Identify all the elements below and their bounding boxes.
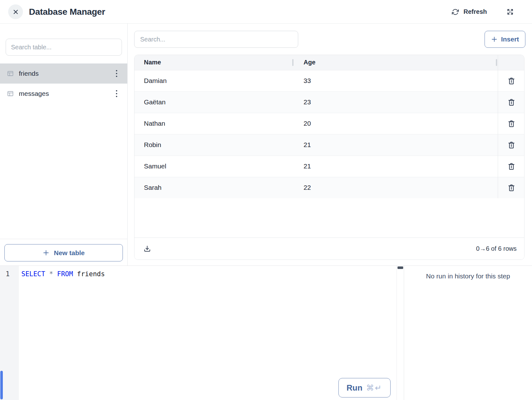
column-header-actions [498, 55, 524, 70]
cell-name[interactable]: Sarah [134, 177, 294, 198]
close-button[interactable] [8, 4, 23, 19]
cell-age[interactable]: 22 [294, 177, 498, 198]
trash-icon [507, 77, 516, 85]
editor-scrollbar-thumb[interactable] [398, 266, 403, 269]
table-menu-button[interactable] [113, 68, 120, 79]
sql-operator: * [49, 270, 53, 278]
table-row: Nathan 20 [134, 113, 524, 134]
sql-keyword: SELECT [21, 270, 45, 278]
run-label: Run [347, 383, 363, 393]
delete-row-button[interactable] [505, 118, 518, 130]
table-row: Robin 21 [134, 134, 524, 156]
table-row: Sarah 22 [134, 177, 524, 198]
delete-row-button[interactable] [505, 160, 518, 173]
sidebar-footer: New table [0, 239, 127, 266]
data-grid-panel: Insert Name Age [128, 24, 532, 266]
delete-row-button[interactable] [505, 75, 518, 87]
sql-code-line[interactable]: SELECT * FROM friends [19, 269, 397, 279]
refresh-button[interactable]: Refresh [452, 0, 487, 24]
history-empty-message: No run in history for this step [404, 272, 532, 280]
column-header-age[interactable]: Age [294, 55, 498, 70]
table-list: friends messages [0, 63, 127, 104]
refresh-icon [452, 8, 459, 15]
new-table-label: New table [54, 249, 85, 257]
database-manager-window: Database Manager Refresh [0, 0, 532, 400]
export-button[interactable] [142, 244, 152, 254]
cell-age[interactable]: 21 [294, 134, 498, 156]
bottom-section: 1 SELECT * FROM friends Run ⌘↵ No run in… [0, 266, 532, 400]
table-icon [7, 90, 14, 97]
cell-age[interactable]: 20 [294, 113, 498, 134]
sidebar: friends messages [0, 24, 128, 266]
table-search-input[interactable] [6, 39, 122, 56]
insert-row-button[interactable]: Insert [485, 31, 525, 48]
cell-name[interactable]: Samuel [134, 156, 294, 177]
sidebar-item-messages[interactable]: messages [0, 84, 127, 104]
cell-name[interactable]: Nathan [134, 113, 294, 134]
rows-count-status: 0→6 of 6 rows [476, 245, 517, 252]
trash-icon [507, 98, 516, 107]
refresh-label: Refresh [463, 8, 487, 15]
column-header-label: Age [304, 59, 315, 66]
trash-icon [507, 119, 516, 128]
table-icon [7, 70, 14, 77]
table-row: Damian 33 [134, 70, 524, 91]
topbar: Database Manager Refresh [0, 0, 532, 24]
scroll-position-indicator[interactable] [0, 371, 3, 399]
delete-row-button[interactable] [505, 96, 518, 108]
table-item-label: friends [19, 70, 113, 77]
grid-footer: 0→6 of 6 rows [134, 238, 524, 260]
column-header-label: Name [144, 59, 161, 66]
column-header-name[interactable]: Name [134, 55, 294, 70]
cell-name[interactable]: Robin [134, 134, 294, 156]
sql-keyword: FROM [57, 270, 73, 278]
table-row: Gaëtan 23 [134, 91, 524, 113]
download-icon [143, 245, 151, 253]
cell-age[interactable]: 21 [294, 156, 498, 177]
cell-name[interactable]: Gaëtan [134, 91, 294, 113]
keyboard-shortcut-hint: ⌘↵ [366, 383, 382, 392]
cell-age[interactable]: 23 [294, 91, 498, 113]
sql-editor[interactable]: 1 SELECT * FROM friends Run ⌘↵ [0, 266, 397, 400]
trash-icon [507, 162, 516, 171]
kebab-menu-icon [115, 89, 118, 98]
page-title: Database Manager [29, 0, 105, 24]
close-icon [12, 8, 19, 15]
delete-row-button[interactable] [505, 139, 518, 151]
run-query-button[interactable]: Run ⌘↵ [338, 378, 391, 397]
fullscreen-icon [507, 8, 514, 15]
delete-row-button[interactable] [505, 182, 518, 194]
cell-age[interactable]: 33 [294, 70, 498, 91]
insert-label: Insert [501, 36, 519, 43]
editor-scrollbar-track[interactable] [397, 266, 404, 400]
trash-icon [507, 141, 516, 149]
line-number: 1 [6, 269, 10, 279]
trash-icon [507, 184, 516, 192]
cell-name[interactable]: Damian [134, 70, 294, 91]
grid-empty-space [134, 198, 524, 238]
column-resize-handle[interactable] [496, 59, 497, 66]
plus-icon [42, 249, 50, 256]
data-grid: Name Age Damian 33 [134, 55, 524, 260]
fullscreen-button[interactable] [507, 0, 514, 24]
editor-gutter [0, 266, 19, 400]
sidebar-item-friends[interactable]: friends [0, 63, 127, 84]
table-menu-button[interactable] [113, 88, 120, 99]
sql-identifier: friends [77, 270, 105, 278]
run-history-panel: No run in history for this step [404, 266, 532, 400]
plus-icon [491, 36, 498, 43]
new-table-button[interactable]: New table [4, 244, 123, 261]
header-row: Name Age [134, 55, 524, 70]
search-input[interactable] [134, 31, 298, 48]
kebab-menu-icon [115, 69, 118, 78]
table-item-label: messages [19, 90, 113, 97]
table-row: Samuel 21 [134, 156, 524, 177]
column-resize-handle[interactable] [292, 59, 293, 66]
